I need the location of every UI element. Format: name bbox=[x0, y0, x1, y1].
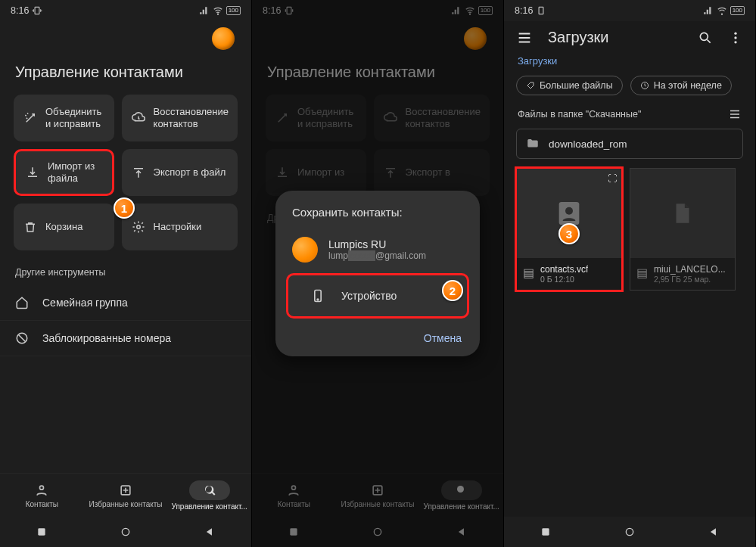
account-name: Lumpics RU bbox=[328, 238, 426, 250]
family-group-row[interactable]: Семейная группа bbox=[0, 285, 251, 321]
file-meta: 2,95 ГБ 25 мар. bbox=[654, 275, 726, 284]
merge-fix-tile[interactable]: Объединить и исправить bbox=[14, 95, 114, 141]
status-bar: 8:16 100 bbox=[504, 0, 755, 21]
svg-point-25 bbox=[565, 207, 573, 215]
system-navbar bbox=[504, 517, 755, 547]
status-time: 8:16 bbox=[11, 5, 29, 16]
expand-icon[interactable]: ⛶ bbox=[608, 173, 617, 184]
trash-icon bbox=[23, 220, 38, 234]
contact-file-icon: ▤ bbox=[523, 266, 534, 280]
device-option[interactable]: Устройство bbox=[286, 273, 469, 319]
search-icon[interactable] bbox=[698, 30, 713, 45]
recent-apps-button[interactable] bbox=[539, 525, 552, 539]
step-badge-2: 2 bbox=[442, 280, 463, 301]
svg-point-7 bbox=[122, 528, 129, 535]
nav-manage[interactable]: Управление контакт... bbox=[167, 474, 251, 517]
dialog-overlay[interactable]: Сохранить контакты: Lumpics RU lumpxxxxx… bbox=[252, 0, 503, 547]
save-contacts-dialog: Сохранить контакты: Lumpics RU lumpxxxxx… bbox=[275, 191, 480, 356]
wand-icon bbox=[23, 111, 38, 125]
import-file-tile[interactable]: Импорт из файла bbox=[14, 149, 114, 196]
step-badge-1: 1 bbox=[114, 197, 135, 219]
export-icon bbox=[131, 166, 146, 179]
tag-icon bbox=[526, 81, 535, 90]
page-title: Управление контактами bbox=[0, 53, 251, 95]
signal-icon bbox=[703, 5, 714, 16]
phone-screenshot-2: 8:16 100 Управление контактами Объединит… bbox=[252, 0, 504, 547]
chip-big-files[interactable]: Большие файлы bbox=[516, 76, 623, 95]
account-avatar bbox=[292, 237, 318, 263]
dialog-title: Сохранить контакты: bbox=[275, 206, 480, 229]
generic-file-icon: ▤ bbox=[636, 266, 648, 280]
file-name: miui_LANCELO... bbox=[654, 264, 726, 275]
svg-point-22 bbox=[734, 41, 736, 43]
wifi-icon bbox=[213, 5, 223, 16]
wifi-icon bbox=[717, 5, 727, 16]
home-button[interactable] bbox=[119, 525, 132, 539]
phone-screenshot-1: 8:16 100 Управление контактами Объединит… bbox=[0, 0, 252, 547]
svg-point-27 bbox=[626, 528, 633, 535]
import-icon bbox=[25, 166, 40, 179]
svg-point-20 bbox=[734, 32, 736, 34]
file-card-contacts[interactable]: ⛶ 3 ▤ contacts.vcf 0 Б 12:10 bbox=[516, 168, 622, 291]
avatar[interactable] bbox=[212, 27, 235, 50]
export-file-tile[interactable]: Экспорт в файл bbox=[122, 149, 238, 196]
other-tools-label: Другие инструменты bbox=[0, 250, 251, 285]
battery-indicator: 100 bbox=[730, 6, 745, 15]
svg-point-18 bbox=[721, 14, 722, 14]
svg-point-1 bbox=[217, 14, 218, 14]
signal-icon bbox=[199, 5, 210, 16]
topbar-title: Загрузки bbox=[548, 29, 683, 46]
svg-point-11 bbox=[317, 299, 319, 300]
phone-screenshot-3: 8:16 100 Загрузки Загрузки Большие файлы… bbox=[504, 0, 756, 547]
svg-point-21 bbox=[734, 36, 736, 39]
settings-tile[interactable]: Настройки bbox=[122, 204, 238, 250]
dialog-cancel-button[interactable]: Отмена bbox=[275, 322, 480, 350]
file-meta: 0 Б 12:10 bbox=[540, 275, 588, 284]
status-time: 8:16 bbox=[515, 5, 533, 16]
phone-icon bbox=[305, 283, 331, 309]
folder-icon bbox=[526, 137, 540, 151]
chip-this-week[interactable]: На этой неделе bbox=[630, 76, 732, 95]
back-button[interactable] bbox=[707, 525, 720, 539]
back-button[interactable] bbox=[203, 525, 216, 539]
battery-indicator: 100 bbox=[226, 6, 241, 15]
hamburger-icon[interactable] bbox=[516, 30, 533, 46]
blocked-numbers-row[interactable]: Заблокированные номера bbox=[0, 321, 251, 356]
gear-icon bbox=[131, 220, 146, 234]
svg-rect-6 bbox=[39, 528, 45, 535]
clock-icon bbox=[640, 81, 649, 90]
nav-contacts[interactable]: Контакты bbox=[0, 474, 84, 517]
vibrate-icon bbox=[32, 5, 42, 16]
bottom-nav: Контакты Избранные контакты Управление к… bbox=[0, 473, 251, 517]
svg-rect-26 bbox=[543, 528, 549, 535]
home-icon bbox=[15, 296, 30, 309]
file-card-miui[interactable]: ▤ miui_LANCELO... 2,95 ГБ 25 мар. bbox=[630, 168, 736, 291]
block-icon bbox=[15, 331, 30, 345]
cloud-restore-icon bbox=[131, 111, 146, 125]
files-topbar: Загрузки bbox=[504, 21, 755, 54]
restore-tile[interactable]: Восстановление контактов bbox=[122, 95, 238, 141]
system-navbar bbox=[0, 517, 251, 547]
nav-favorites[interactable]: Избранные контакты bbox=[84, 474, 168, 517]
svg-rect-17 bbox=[539, 7, 543, 14]
folder-item[interactable]: downloaded_rom bbox=[516, 129, 743, 159]
more-icon[interactable] bbox=[728, 30, 743, 45]
svg-point-2 bbox=[136, 225, 140, 229]
file-name: contacts.vcf bbox=[540, 264, 588, 275]
vibrate-icon bbox=[536, 5, 546, 16]
account-option[interactable]: Lumpics RU lumpxxxxxx@gmail.com bbox=[275, 229, 480, 270]
breadcrumb[interactable]: Загрузки bbox=[504, 54, 755, 74]
files-section-label: Файлы в папке "Скачанные" bbox=[518, 109, 641, 120]
step-badge-3: 3 bbox=[558, 223, 580, 244]
svg-rect-0 bbox=[35, 7, 39, 14]
view-toggle-icon[interactable] bbox=[728, 107, 742, 121]
svg-point-4 bbox=[40, 486, 44, 490]
recent-apps-button[interactable] bbox=[35, 525, 48, 539]
status-bar: 8:16 100 bbox=[0, 0, 251, 21]
trash-tile[interactable]: Корзина bbox=[14, 204, 114, 250]
home-button[interactable] bbox=[623, 525, 636, 539]
account-email: lumpxxxxxx@gmail.com bbox=[328, 250, 426, 261]
svg-point-19 bbox=[700, 33, 708, 40]
